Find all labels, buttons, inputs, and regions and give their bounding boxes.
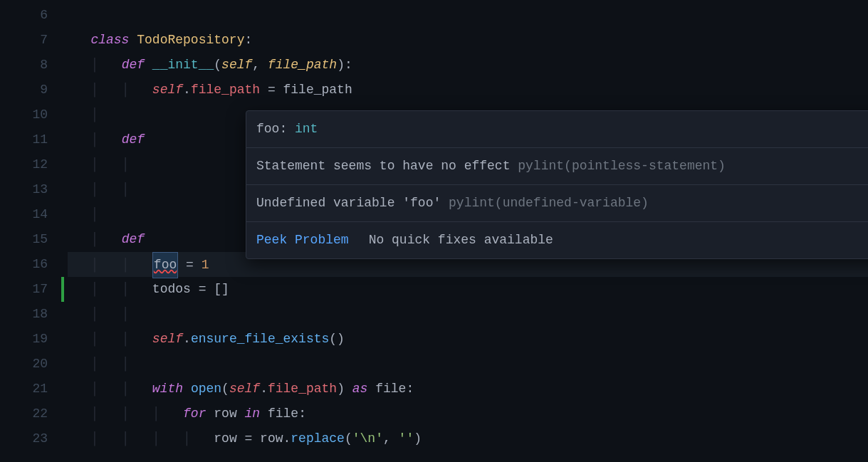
code-line[interactable]: │ │ self.ensure_file_exists() — [68, 327, 868, 352]
line-number: 23 — [0, 426, 48, 451]
line-number: 6 — [0, 3, 48, 28]
line-number: 13 — [0, 177, 48, 202]
line-number: 18 — [0, 302, 48, 327]
line-number: 15 — [0, 227, 48, 252]
keyword-class: class — [90, 33, 129, 47]
code-content[interactable]: class TodoRepository: │ def __init__(sel… — [68, 0, 868, 462]
diagnostic-message: Statement seems to have no effect pylint… — [246, 148, 868, 185]
code-line[interactable]: │ │ todos = [] — [68, 277, 868, 302]
diagnostic-message: Undefined variable 'foo' pylint(undefine… — [246, 185, 868, 222]
code-line[interactable] — [68, 3, 868, 28]
code-line[interactable]: │ │ with open(self.file_path) as file: — [68, 377, 868, 401]
code-line[interactable]: │ │ — [68, 352, 868, 377]
line-number: 12 — [0, 152, 48, 177]
line-number: 8 — [0, 53, 48, 78]
line-number: 20 — [0, 352, 48, 377]
line-number: 22 — [0, 401, 48, 426]
code-line[interactable]: │ │ │ for row in file: — [68, 401, 868, 426]
quickfix-status: No quick fixes available — [369, 228, 553, 253]
keyword-def: def — [122, 58, 145, 72]
code-line[interactable]: │ │ self.file_path = file_path — [68, 78, 868, 103]
line-number: 9 — [0, 78, 48, 103]
hover-actions: Peek Problem No quick fixes available — [246, 222, 868, 258]
hover-signature: foo: int — [246, 111, 868, 148]
code-line[interactable]: │ │ │ │ row = row.replace('\n', '') — [68, 426, 868, 451]
line-number: 11 — [0, 127, 48, 152]
keyword-def: def — [122, 232, 145, 246]
line-number: 7 — [0, 28, 48, 53]
method-name: __init__ — [152, 58, 214, 72]
error-token-foo[interactable]: foo — [152, 252, 178, 278]
code-line[interactable]: │ │ — [68, 302, 868, 327]
peek-problem-link[interactable]: Peek Problem — [256, 228, 349, 253]
code-editor[interactable]: 6 7 8 9 10 11 12 13 14 15 16 17 18 19 20… — [0, 0, 868, 462]
code-line[interactable]: │ def __init__(self, file_path): — [68, 53, 868, 78]
line-number: 19 — [0, 327, 48, 352]
line-number: 21 — [0, 377, 48, 401]
code-line[interactable]: class TodoRepository: — [68, 28, 868, 53]
modified-indicator — [61, 277, 64, 302]
keyword-def: def — [122, 132, 145, 147]
line-number: 17 — [0, 277, 48, 302]
line-number: 10 — [0, 103, 48, 127]
line-number-gutter: 6 7 8 9 10 11 12 13 14 15 16 17 18 19 20… — [0, 0, 68, 462]
line-number: 14 — [0, 202, 48, 227]
line-number: 16 — [0, 252, 48, 277]
class-name: TodoRepository — [137, 33, 244, 47]
hover-tooltip[interactable]: foo: int Statement seems to have no effe… — [246, 110, 868, 259]
